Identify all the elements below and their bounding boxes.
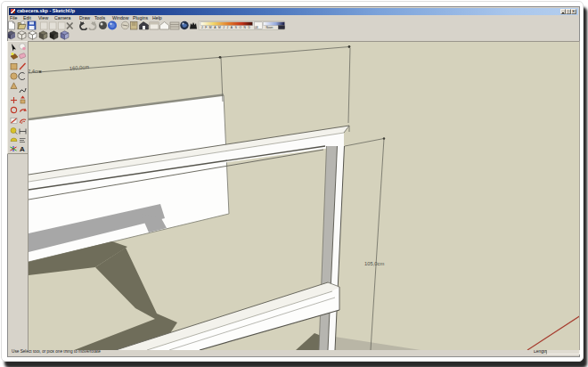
svg-text:JFMAMJJASOND: JFMAMJJASOND [201,26,253,29]
svg-text:105,0cm: 105,0cm [364,261,384,266]
svg-text:A: A [20,145,25,152]
svg-text:Noon: Noon [266,26,274,29]
svg-text:08: 08 [255,25,258,29]
svg-text:2,4cm: 2,4cm [29,69,42,74]
